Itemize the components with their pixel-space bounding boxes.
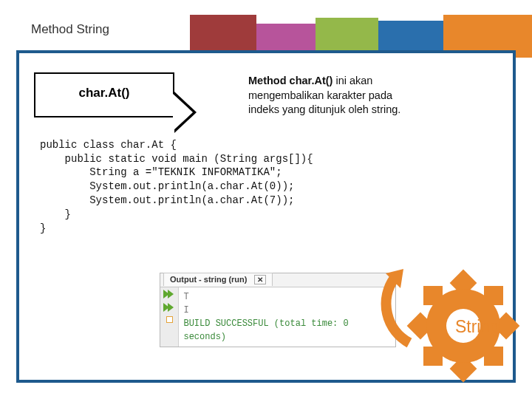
output-tab: Output - string (run) ✕ <box>163 273 273 286</box>
content-frame: char.At() Method char.At() ini akan meng… <box>16 50 516 383</box>
output-tab-label: Output - string (run) <box>170 275 247 284</box>
code-sample: public class char.At { public static voi… <box>40 138 492 236</box>
gear-label: String <box>455 317 499 337</box>
close-icon[interactable]: ✕ <box>254 275 266 284</box>
stop-icon[interactable] <box>166 316 173 323</box>
curved-arrow-icon <box>358 269 424 350</box>
method-description-bold: Method char.At() <box>248 75 332 86</box>
method-description: Method char.At() ini akan mengembalikan … <box>248 74 418 117</box>
run-icon[interactable] <box>163 303 175 312</box>
slide-title-tab: Method String <box>18 15 123 44</box>
output-gutter <box>160 287 179 347</box>
method-name-box: char.At() <box>34 72 174 117</box>
run-icon[interactable] <box>163 290 175 299</box>
